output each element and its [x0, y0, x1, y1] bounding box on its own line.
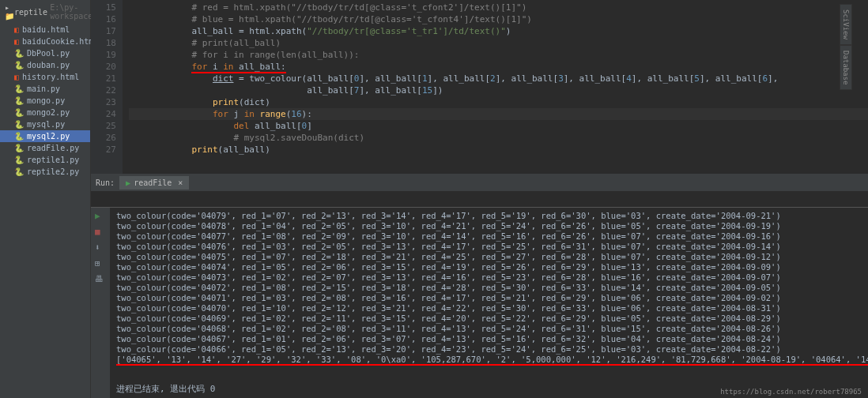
file-name: mongo.py: [27, 96, 65, 105]
file-tree-item[interactable]: 🐍DbPool.py: [0, 47, 90, 59]
footer-url: https://blog.csdn.net/robert78965: [720, 388, 862, 396]
print-icon[interactable]: 🖶: [95, 274, 106, 285]
file-tree-item[interactable]: ◧baidu.html: [0, 24, 90, 36]
console-output[interactable]: two_colour(code='04079', red_1='07', red…: [110, 208, 868, 380]
file-tree[interactable]: ◧baidu.html◧baiduCookie.html🐍DbPool.py🐍d…: [0, 24, 90, 178]
sidebar-header[interactable]: ▸ 📁 reptile E:\py-workspace\: [0, 0, 90, 24]
run-tab-name: readFile: [134, 178, 172, 187]
file-name: main.py: [27, 84, 60, 93]
file-tree-item[interactable]: ◧history.html: [0, 71, 90, 83]
file-name: readFile.py: [27, 144, 79, 152]
file-tree-item[interactable]: 🐍mysql2.py: [0, 130, 90, 142]
array-output-line: ['04065', '13', '14', '27', '29', '32', …: [116, 355, 868, 365]
file-name: history.html: [22, 73, 79, 81]
code-editor[interactable]: 15161718192021222324252627 # red = html.…: [91, 0, 868, 174]
file-name: mysql.py: [27, 120, 65, 129]
layout-icon[interactable]: ⊞: [95, 258, 106, 269]
file-name: reptile1.py: [27, 156, 79, 164]
run-panel: ▶ ■ ⬇ ⊞ 🖶 two_colour(code='04079', red_1…: [91, 207, 868, 398]
rerun-icon[interactable]: ▶: [95, 211, 106, 222]
file-name: baiduCookie.html: [22, 37, 98, 46]
run-label: Run:: [91, 178, 119, 187]
file-tree-item[interactable]: ◧baiduCookie.html: [0, 36, 90, 47]
file-tree-item[interactable]: 🐍mysql.py: [0, 118, 90, 130]
file-name: douban.py: [27, 61, 70, 69]
close-icon[interactable]: ×: [178, 178, 183, 187]
file-tree-item[interactable]: 🐍mongo.py: [0, 95, 90, 107]
file-name: mysql2.py: [27, 132, 70, 141]
line-gutter: 15161718192021222324252627: [91, 0, 123, 174]
file-tree-item[interactable]: 🐍readFile.py: [0, 142, 90, 154]
right-tab-database[interactable]: Database: [840, 45, 852, 90]
project-name: reptile: [14, 8, 47, 17]
down-icon[interactable]: ⬇: [95, 242, 106, 253]
run-tab-bar[interactable]: Run: ▶ readFile × ⚙ ▬: [91, 174, 868, 191]
file-tree-item[interactable]: 🐍reptile1.py: [0, 154, 90, 166]
file-tree-item[interactable]: 🐍main.py: [0, 83, 90, 95]
right-tab-sciview[interactable]: SciView: [840, 4, 852, 45]
run-tab[interactable]: ▶ readFile ×: [119, 176, 189, 190]
file-tree-item[interactable]: 🐍douban.py: [0, 59, 90, 71]
file-name: DbPool.py: [27, 49, 70, 58]
file-tree-item[interactable]: 🐍mongo2.py: [0, 107, 90, 118]
play-icon: ▶: [126, 178, 130, 187]
stop-icon[interactable]: ■: [95, 227, 106, 238]
folder-icon: ▸ 📁: [5, 3, 14, 21]
file-name: mongo2.py: [27, 108, 70, 117]
code-content[interactable]: # red = html.xpath("//tbody/tr/td[@class…: [123, 0, 868, 174]
run-toolbar[interactable]: ▶ ■ ⬇ ⊞ 🖶: [91, 208, 110, 398]
file-tree-item[interactable]: 🐍reptile2.py: [0, 166, 90, 178]
project-sidebar[interactable]: ▸ 📁 reptile E:\py-workspace\ ◧baidu.html…: [0, 0, 91, 398]
file-name: baidu.html: [22, 25, 70, 34]
file-name: reptile2.py: [27, 167, 79, 176]
